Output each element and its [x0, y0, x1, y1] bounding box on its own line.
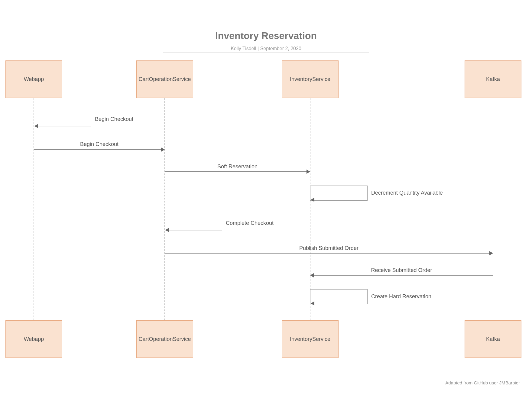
lifeline-p1	[34, 98, 34, 320]
lifeline-p4	[493, 98, 493, 320]
msg-label-m7: Receive Submitted Order	[371, 267, 432, 273]
sequence-diagram: Inventory Reservation Kelly Tisdell | Se…	[0, 0, 532, 411]
arrow-overlay	[0, 0, 532, 411]
lifeline-p3	[310, 98, 310, 320]
participant-p1-top: Webapp	[5, 60, 62, 98]
participant-p2-top: CartOperationService	[136, 60, 193, 98]
diagram-date: September 2, 2020	[260, 46, 301, 51]
self-msg-m8	[310, 289, 368, 304]
msg-label-m1: Begin Checkout	[95, 116, 133, 122]
participant-p3-bottom: InventoryService	[282, 320, 339, 358]
meta-sep: |	[256, 46, 260, 51]
participant-p2-bottom: CartOperationService	[136, 320, 193, 358]
msg-label-m6: Publish Submitted Order	[299, 245, 358, 251]
participant-p3-top: InventoryService	[282, 60, 339, 98]
participant-p4-top: Kafka	[465, 60, 521, 98]
self-msg-m1	[34, 112, 91, 127]
msg-label-m8: Create Hard Reservation	[371, 293, 431, 300]
msg-label-m2: Begin Checkout	[80, 141, 118, 147]
lifeline-p2	[164, 98, 165, 320]
msg-label-m4: Decrement Quantity Available	[371, 190, 443, 196]
diagram-title: Inventory Reservation	[0, 30, 532, 41]
msg-label-m5: Complete Checkout	[226, 220, 274, 226]
self-msg-m4	[310, 186, 368, 201]
participant-p1-bottom: Webapp	[5, 320, 62, 358]
credit-line: Adapted from GitHub user JMBarbier	[445, 380, 520, 385]
msg-label-m3: Soft Reservation	[217, 163, 258, 170]
author-name: Kelly Tisdell	[231, 46, 256, 51]
svg-marker-10	[310, 273, 314, 277]
diagram-meta: Kelly Tisdell | September 2, 2020	[163, 46, 369, 53]
participant-p4-bottom: Kafka	[465, 320, 521, 358]
self-msg-m5	[165, 216, 222, 231]
